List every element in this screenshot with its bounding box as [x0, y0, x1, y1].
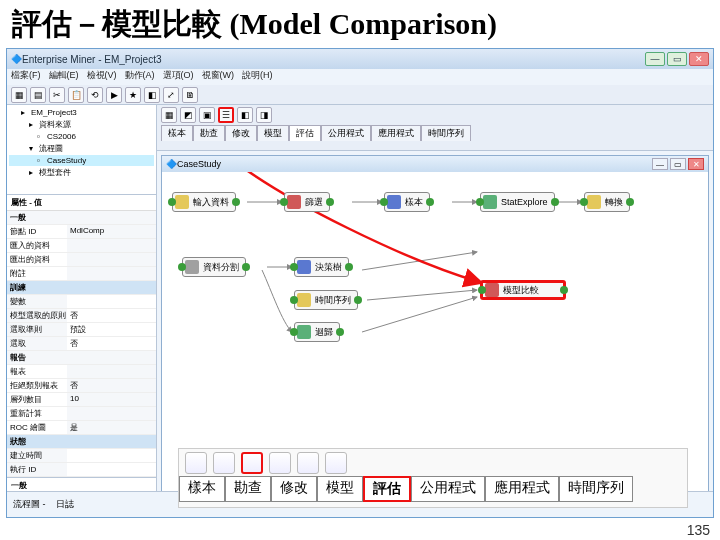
node-transform[interactable]: 轉換 — [584, 192, 630, 212]
node-timeseries[interactable]: 時間序列 — [294, 290, 358, 310]
folder-icon: ▸ — [29, 120, 39, 129]
prop-val[interactable]: 否 — [67, 309, 156, 323]
prop-section-general: 一般 — [7, 211, 156, 225]
bottom-tab[interactable]: 公用程式 — [411, 476, 485, 502]
prop-val[interactable] — [67, 463, 156, 477]
connection — [362, 297, 477, 332]
toolbar-btn[interactable]: 📋 — [68, 87, 84, 103]
diagram-close-btn[interactable]: ✕ — [688, 158, 704, 170]
node-tab[interactable]: 修改 — [225, 125, 257, 141]
toolbar-btn[interactable]: ⤢ — [163, 87, 179, 103]
prop-val[interactable]: 是 — [67, 421, 156, 435]
diagram-title: CaseStudy — [177, 159, 652, 169]
prop-val[interactable] — [67, 239, 156, 253]
node-tab[interactable]: 時間序列 — [421, 125, 471, 141]
bottom-tool-icon[interactable] — [325, 452, 347, 474]
node-model-compare[interactable]: 模型比較 — [480, 280, 566, 300]
toolbar-btn[interactable]: ✂ — [49, 87, 65, 103]
prop-section-report: 報告 — [7, 351, 156, 365]
toolbar-btn[interactable]: ▶ — [106, 87, 122, 103]
menu-help[interactable]: 說明(H) — [242, 69, 273, 85]
node-partition[interactable]: 資料分割 — [182, 257, 246, 277]
node-tab[interactable]: 勘查 — [193, 125, 225, 141]
node-sample[interactable]: 樣本 — [384, 192, 430, 212]
bottom-tab-highlighted[interactable]: 評估 — [363, 476, 411, 502]
bottom-tab[interactable]: 修改 — [271, 476, 317, 502]
folder-icon: ▸ — [21, 108, 31, 117]
node-input-data[interactable]: 輸入資料 — [172, 192, 236, 212]
close-button[interactable]: ✕ — [689, 52, 709, 66]
menubar: 檔案(F) 編輯(E) 檢視(V) 動作(A) 選項(O) 視窗(W) 說明(H… — [7, 69, 713, 85]
prop-val[interactable]: 預設 — [67, 323, 156, 337]
node-tool-btn[interactable]: ◧ — [237, 107, 253, 123]
prop-key: 匯出的資料 — [7, 253, 67, 267]
prop-val[interactable] — [67, 365, 156, 379]
node-tab[interactable]: 應用程式 — [371, 125, 421, 141]
node-tool-btn[interactable]: ▣ — [199, 107, 215, 123]
prop-val[interactable] — [67, 253, 156, 267]
prop-val[interactable] — [67, 295, 156, 309]
bottom-tool-icon[interactable] — [213, 452, 235, 474]
node-tab[interactable]: 公用程式 — [321, 125, 371, 141]
menu-edit[interactable]: 編輯(E) — [49, 69, 79, 85]
toolbar-btn[interactable]: ★ — [125, 87, 141, 103]
tree-item: ▾流程圖 — [9, 142, 154, 155]
node-tab[interactable]: 樣本 — [161, 125, 193, 141]
minimize-button[interactable]: — — [645, 52, 665, 66]
node-regression[interactable]: 迴歸 — [294, 322, 340, 342]
prop-key: 變數 — [7, 295, 67, 309]
status-label: 流程圖 - — [13, 498, 46, 511]
menu-file[interactable]: 檔案(F) — [11, 69, 41, 85]
toolbar-btn[interactable]: ▦ — [11, 87, 27, 103]
node-decisiontree[interactable]: 決策樹 — [294, 257, 349, 277]
bottom-tab[interactable]: 勘查 — [225, 476, 271, 502]
prop-val[interactable]: MdlComp — [67, 225, 156, 239]
diagram-minimize-btn[interactable]: — — [652, 158, 668, 170]
prop-key: 執行 ID — [7, 463, 67, 477]
maximize-button[interactable]: ▭ — [667, 52, 687, 66]
prop-val[interactable] — [67, 449, 156, 463]
toolbar-btn[interactable]: ◧ — [144, 87, 160, 103]
bottom-tool-icon[interactable] — [185, 452, 207, 474]
node-tab-active[interactable]: 評估 — [289, 125, 321, 141]
model-compare-tool-btn[interactable]: ☰ — [218, 107, 234, 123]
tree-item: ▸EM_Project3 — [9, 107, 154, 118]
diagram-icon: ▫ — [37, 156, 47, 165]
folder-icon: ▾ — [29, 144, 39, 153]
prop-val[interactable] — [67, 267, 156, 281]
node-filter[interactable]: 篩選 — [284, 192, 330, 212]
menu-window[interactable]: 視窗(W) — [202, 69, 235, 85]
diagram-maximize-btn[interactable]: ▭ — [670, 158, 686, 170]
bottom-tab-row: 樣本 勘查 修改 模型 評估 公用程式 應用程式 時間序列 — [179, 476, 687, 502]
toolbar-btn[interactable]: 🗎 — [182, 87, 198, 103]
menu-options[interactable]: 選項(O) — [163, 69, 194, 85]
node-tool-btn[interactable]: ▦ — [161, 107, 177, 123]
connection — [367, 290, 477, 300]
bottom-tab[interactable]: 模型 — [317, 476, 363, 502]
node-tool-btn[interactable]: ◨ — [256, 107, 272, 123]
prop-val[interactable]: 否 — [67, 337, 156, 351]
bottom-tool-icon[interactable] — [269, 452, 291, 474]
tree-item: ▫CS2006 — [9, 131, 154, 142]
toolbar-btn[interactable]: ⟲ — [87, 87, 103, 103]
prop-key: 拒絕類別報表 — [7, 379, 67, 393]
folder-icon: ▸ — [29, 168, 39, 177]
node-statexplore[interactable]: StatExplore — [480, 192, 555, 212]
toolbar-btn[interactable]: ▤ — [30, 87, 46, 103]
prop-key: 匯入的資料 — [7, 239, 67, 253]
bottom-tab[interactable]: 時間序列 — [559, 476, 633, 502]
prop-val[interactable]: 10 — [67, 393, 156, 407]
properties-title: 屬性 - 值 — [7, 195, 156, 211]
node-tool-btn[interactable]: ◩ — [180, 107, 196, 123]
bottom-tool-icon-highlighted[interactable] — [241, 452, 263, 474]
bottom-tab[interactable]: 樣本 — [179, 476, 225, 502]
prop-val[interactable] — [67, 407, 156, 421]
bottom-tool-icon[interactable] — [297, 452, 319, 474]
menu-action[interactable]: 動作(A) — [125, 69, 155, 85]
prop-val[interactable]: 否 — [67, 379, 156, 393]
bottom-tab[interactable]: 應用程式 — [485, 476, 559, 502]
project-tree[interactable]: ▸EM_Project3 ▸資料來源 ▫CS2006 ▾流程圖 ▫CaseStu… — [7, 105, 156, 195]
left-panel: ▸EM_Project3 ▸資料來源 ▫CS2006 ▾流程圖 ▫CaseStu… — [7, 105, 157, 517]
node-tab[interactable]: 模型 — [257, 125, 289, 141]
menu-view[interactable]: 檢視(V) — [87, 69, 117, 85]
